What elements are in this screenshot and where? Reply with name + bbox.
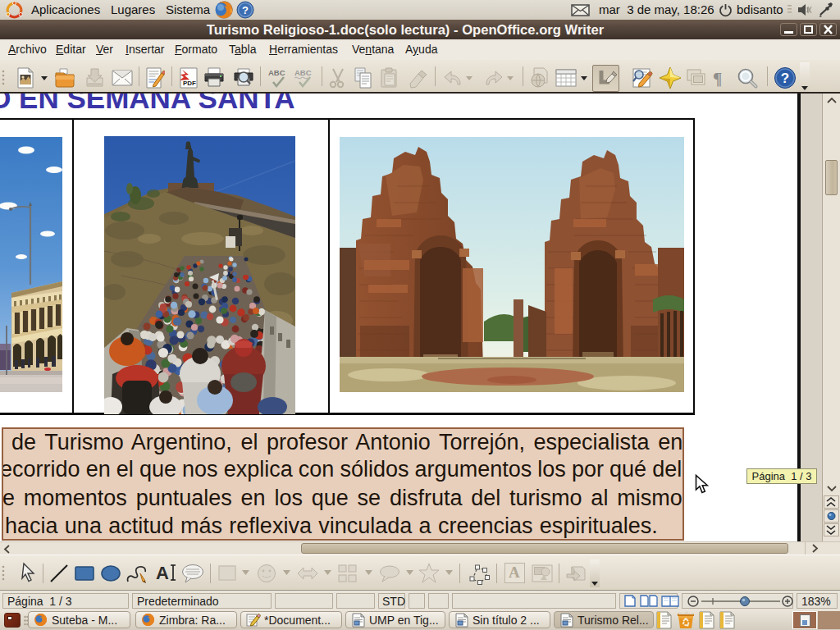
svg-text:?: ?: [242, 4, 249, 16]
svg-text:ABC: ABC: [294, 68, 312, 77]
svg-text:A: A: [156, 563, 169, 583]
svg-text:?: ?: [781, 71, 789, 86]
svg-text:ABC: ABC: [268, 68, 285, 77]
svg-text:PDF: PDF: [183, 80, 196, 87]
